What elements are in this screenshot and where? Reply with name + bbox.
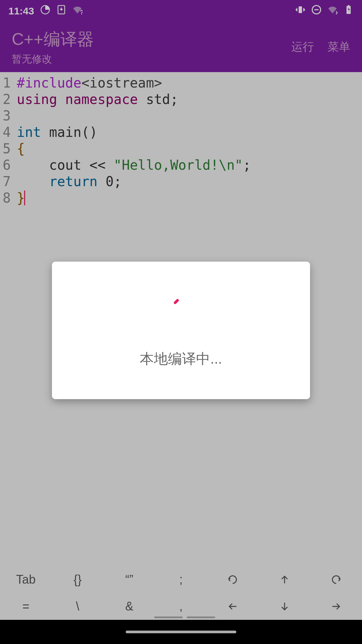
spinner-icon	[169, 294, 193, 318]
compiling-dialog: 本地编译中...	[52, 262, 310, 399]
dialog-message: 本地编译中...	[140, 350, 222, 368]
